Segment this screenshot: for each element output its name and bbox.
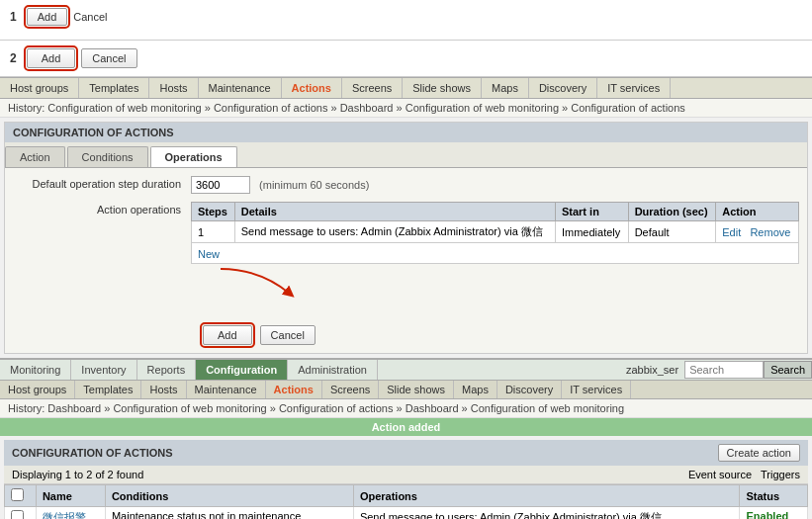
operations-section: Default operation step duration (minimum… xyxy=(5,168,807,319)
config-tabs: Action Conditions Operations xyxy=(5,142,807,168)
action-operations-label: Action operations xyxy=(13,202,191,216)
step1-annotation: 1 xyxy=(10,10,17,24)
search-button[interactable]: Search xyxy=(764,361,812,379)
ops-remove-link[interactable]: Remove xyxy=(750,226,790,238)
nav1-screens[interactable]: Screens xyxy=(342,78,403,98)
step1-add-button[interactable]: Add xyxy=(27,8,68,26)
ops-actions: Edit Remove xyxy=(716,221,799,243)
actions-th-name: Name xyxy=(36,485,105,507)
duration-note: (minimum 60 seconds) xyxy=(259,179,369,191)
ops-th-steps: Steps xyxy=(192,203,235,221)
select-all-checkbox[interactable] xyxy=(11,488,24,501)
actions-table-header: Name Conditions Operations Status xyxy=(5,485,808,507)
operations-table: Steps Details Start in Duration (sec) Ac… xyxy=(191,202,799,264)
nav1-maps[interactable]: Maps xyxy=(482,78,529,98)
actions-row-operations: Send message to users: Admin (Zabbix Adm… xyxy=(353,507,740,520)
actions-th-conditions: Conditions xyxy=(105,485,353,507)
nav2-hostgroups[interactable]: Host groups xyxy=(0,381,75,398)
mtab-configuration[interactable]: Configuration xyxy=(196,360,288,380)
nav1-slideshows[interactable]: Slide shows xyxy=(403,78,482,98)
nav2-itservices[interactable]: IT services xyxy=(562,381,631,398)
ops-startin: Immediately xyxy=(555,221,628,243)
actions-row-name: 微信报警 xyxy=(36,507,105,520)
mtab-monitoring[interactable]: Monitoring xyxy=(0,360,71,380)
ops-th-action: Action xyxy=(716,203,799,221)
actions-table: Name Conditions Operations Status 微信报警 M… xyxy=(4,484,808,519)
nav1-templates[interactable]: Templates xyxy=(79,78,149,98)
nav2-maintenance[interactable]: Maintenance xyxy=(187,381,266,398)
nav1-discovery[interactable]: Discovery xyxy=(529,78,597,98)
action-added-bar: Action added xyxy=(0,418,812,436)
mtab-inventory[interactable]: Inventory xyxy=(71,360,136,380)
tab-operations[interactable]: Operations xyxy=(150,146,237,167)
step1-cancel-button[interactable]: Cancel xyxy=(73,11,107,23)
nav2-screens[interactable]: Screens xyxy=(322,381,379,398)
ops-duration: Default xyxy=(628,221,716,243)
duration-row: Default operation step duration (minimum… xyxy=(13,176,799,194)
step2-add-button[interactable]: Add xyxy=(27,48,76,68)
step1-row: 1 Add Cancel xyxy=(10,8,802,26)
ops-details: Send message to users: Admin (Zabbix Adm… xyxy=(234,221,555,243)
nav-bar-2: Host groups Templates Hosts Maintenance … xyxy=(0,381,812,399)
config-title-1: CONFIGURATION OF ACTIONS xyxy=(5,123,807,142)
step2-cancel-button[interactable]: Cancel xyxy=(81,48,136,68)
nav2-maps[interactable]: Maps xyxy=(454,381,497,398)
actions-section: CONFIGURATION OF ACTIONS Create action D… xyxy=(4,440,808,519)
nav1-hosts[interactable]: Hosts xyxy=(149,78,198,98)
config-add-button[interactable]: Add xyxy=(203,325,252,345)
ops-th-duration: Duration (sec) xyxy=(628,203,716,221)
arrow-svg xyxy=(201,264,319,303)
ops-new-row: New xyxy=(192,243,799,264)
mtab-administration[interactable]: Administration xyxy=(288,360,378,380)
step1-form-area: 1 Add Cancel xyxy=(0,0,812,41)
actions-summary: Displaying 1 to 2 of 2 found xyxy=(12,469,143,480)
ops-table-row: 1 Send message to users: Admin (Zabbix A… xyxy=(192,221,799,243)
actions-subbar: Displaying 1 to 2 of 2 found Event sourc… xyxy=(4,466,808,484)
event-source-label: Event source Triggers xyxy=(688,469,800,480)
ops-new-link[interactable]: New xyxy=(198,248,792,260)
ops-steps: 1 xyxy=(192,221,235,243)
actions-row-checkbox xyxy=(5,507,37,520)
user-label: zabbix_ser xyxy=(626,364,684,376)
actions-header: CONFIGURATION OF ACTIONS Create action xyxy=(4,440,808,466)
duration-input[interactable] xyxy=(191,176,250,194)
nav2-actions[interactable]: Actions xyxy=(266,381,322,398)
nav2-hosts[interactable]: Hosts xyxy=(141,381,186,398)
tab-conditions[interactable]: Conditions xyxy=(67,146,148,167)
nav2-templates[interactable]: Templates xyxy=(75,381,141,398)
config-panel-1: CONFIGURATION OF ACTIONS Action Conditio… xyxy=(4,122,808,354)
nav1-actions[interactable]: Actions xyxy=(282,78,342,98)
action-operations-value: Steps Details Start in Duration (sec) Ac… xyxy=(191,202,799,303)
arrow-annotation-area xyxy=(191,264,799,303)
config-cancel-button[interactable]: Cancel xyxy=(260,325,316,345)
action-name-link[interactable]: 微信报警 xyxy=(43,511,86,519)
breadcrumb-1: History: Configuration of web monitoring… xyxy=(0,99,812,118)
breadcrumb-2: History: Dashboard » Configuration of we… xyxy=(0,399,812,418)
nav-bar-1: Host groups Templates Hosts Maintenance … xyxy=(0,77,812,99)
actions-th-operations: Operations xyxy=(353,485,740,507)
actions-header-title: CONFIGURATION OF ACTIONS xyxy=(12,447,173,459)
nav1-itservices[interactable]: IT services xyxy=(597,78,671,98)
duration-value-area: (minimum 60 seconds) xyxy=(191,176,799,194)
nav1-hostgroups[interactable]: Host groups xyxy=(0,78,79,98)
ops-th-startin: Start in xyxy=(555,203,628,221)
actions-row-status: Enabled xyxy=(740,507,808,520)
status-link[interactable]: Enabled xyxy=(746,510,788,519)
mtab-reports[interactable]: Reports xyxy=(137,360,197,380)
ops-new-cell: New xyxy=(192,243,799,264)
action-operations-row: Action operations Steps Details Start in… xyxy=(13,202,799,303)
ops-th-details: Details xyxy=(234,203,555,221)
actions-row-conditions: Maintenance status not in maintenance Tr… xyxy=(105,507,353,520)
tab-action[interactable]: Action xyxy=(5,146,65,167)
search-input[interactable] xyxy=(684,361,764,379)
duration-label: Default operation step duration xyxy=(13,176,191,190)
nav2-discovery[interactable]: Discovery xyxy=(497,381,562,398)
ops-edit-link[interactable]: Edit xyxy=(722,226,741,238)
nav1-maintenance[interactable]: Maintenance xyxy=(199,78,282,98)
create-action-button[interactable]: Create action xyxy=(718,444,800,462)
monitoring-bar: Monitoring Inventory Reports Configurati… xyxy=(0,358,812,381)
step2-annotation: 2 xyxy=(10,51,17,65)
nav2-slideshows[interactable]: Slide shows xyxy=(379,381,454,398)
actions-th-checkbox xyxy=(5,485,37,507)
row-checkbox[interactable] xyxy=(11,510,24,519)
